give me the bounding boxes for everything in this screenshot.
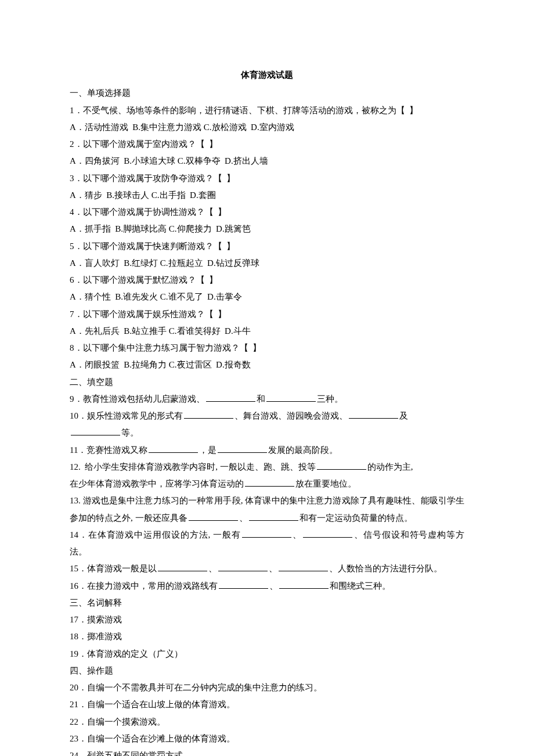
q13-part-c: 和有一定运动负荷量的特点。 (300, 513, 413, 523)
q10-part-b: 、舞台游戏、游园晚会游戏、 (234, 411, 348, 420)
q10-part-a: 10．娱乐性游戏常见的形式有 (70, 411, 183, 420)
q20-text: 20．自编一个不需教具并可在二分钟内完成的集中注意力的练习。 (70, 679, 464, 696)
blank-input[interactable] (349, 409, 398, 419)
q10-line1: 10．娱乐性游戏常见的形式有、舞台游戏、游园晚会游戏、及 (70, 408, 464, 424)
blank-input[interactable] (317, 460, 366, 470)
q21-text: 21．自编一个适合在山坡上做的体育游戏。 (70, 696, 464, 713)
q6-text: 6．以下哪个游戏属于默忆游戏？【 】 (70, 272, 464, 289)
blank-input[interactable] (279, 562, 328, 571)
q12-line1: 12. 给小学生安排体育游戏教学内容时, 一般以走、跑、跳、投等的动作为主, (70, 459, 464, 476)
q15-line: 15．体育游戏一般是以、、、人数恰当的方法进行分队。 (70, 560, 464, 577)
q10-part-c: 及 (399, 411, 408, 420)
q15-part-a: 15．体育游戏一般是以 (70, 564, 157, 573)
section-4-header: 四、操作题 (70, 663, 464, 679)
q4-options: A．抓手指 B.脚抛球比高 C.仰爬接力 D.跳篱笆 (70, 221, 464, 237)
q15-part-d: 、人数恰当的方法进行分队。 (329, 564, 442, 573)
q12-part-d: 放在重要地位。 (295, 479, 356, 488)
q8-text: 8．以下哪个集中注意力练习属于智力游戏？【 】 (70, 340, 464, 357)
q1-options: A．活动性游戏 B.集中注意力游戏 C.放松游戏 D.室内游戏 (70, 119, 464, 136)
q8-options: A．闭眼投篮 B.拉绳角力 C.夜过雷区 D.报奇数 (70, 357, 464, 373)
q16-part-c: 和围绕式三种。 (330, 581, 391, 591)
section-2-header: 二、填空题 (70, 374, 464, 391)
q7-options: A．先礼后兵 B.站立推手 C.看谁笑得好 D.斗牛 (70, 323, 464, 340)
blank-input[interactable] (158, 562, 207, 571)
blank-input[interactable] (245, 477, 294, 487)
q15-part-b: 、 (208, 564, 217, 573)
q5-options: A．盲人吹灯 B.红绿灯 C.拉瓶起立 D.钻过反弹球 (70, 255, 464, 272)
q9-part-c: 三种。 (317, 394, 343, 404)
q23-text: 23．自编一个适合在沙滩上做的体育游戏。 (70, 730, 464, 747)
q3-options: A．猜步 B.接球击人 C.出手指 D.套圈 (70, 187, 464, 204)
q6-options: A．猜个性 B.谁先发火 C.谁不见了 D.击掌令 (70, 289, 464, 305)
section-3-header: 三、名词解释 (70, 595, 464, 611)
section-1-header: 一、单项选择题 (70, 85, 464, 102)
q13-line: 13. 游戏也是集中注意力练习的一种常用手段, 体育课中的集中注意力游戏除了具有… (70, 492, 464, 527)
q14-part-a: 14．在体育游戏中运用假设的方法, 一般有 (70, 530, 241, 539)
blank-input[interactable] (266, 393, 316, 402)
blank-input[interactable] (206, 393, 255, 402)
q15-part-c: 、 (269, 564, 277, 573)
blank-input[interactable] (249, 512, 298, 521)
blank-input[interactable] (242, 528, 291, 538)
q11-line: 11．竞赛性游戏又称，是发展的最高阶段。 (70, 442, 464, 459)
q16-part-b: 、 (269, 581, 278, 591)
q10-line2: 等。 (70, 424, 464, 441)
page-title: 体育游戏试题 (70, 67, 464, 84)
q18-text: 18．掷准游戏 (70, 628, 464, 645)
q16-line: 16．在接力游戏中，常用的游戏路线有、和围绕式三种。 (70, 578, 464, 595)
q9-part-a: 9．教育性游戏包括幼儿启蒙游戏、 (70, 394, 205, 404)
blank-input[interactable] (303, 528, 352, 538)
q12-line2: 在少年体育游戏教学中，应将学习体育运动的放在重要地位。 (70, 476, 464, 492)
q16-part-a: 16．在接力游戏中，常用的游戏路线有 (70, 581, 218, 591)
q10-part-d: 等。 (121, 428, 139, 437)
q9-line: 9．教育性游戏包括幼儿启蒙游戏、和三种。 (70, 391, 464, 408)
q5-text: 5．以下哪个游戏属于快速判断游戏？【 】 (70, 238, 464, 255)
q11-part-c: 发展的最高阶段。 (268, 445, 338, 455)
blank-input[interactable] (149, 444, 198, 453)
q24-text: 24．列举五种不同的赏罚方式。 (70, 747, 464, 756)
q9-part-b: 和 (257, 394, 265, 404)
blank-input[interactable] (218, 444, 267, 453)
q4-text: 4．以下哪个游戏属于协调性游戏？【 】 (70, 204, 464, 221)
q11-part-a: 11．竞赛性游戏又称 (70, 445, 147, 455)
q12-part-a: 12. 给小学生安排体育游戏教学内容时, 一般以走、跑、跳、投等 (70, 462, 316, 471)
q2-text: 2．以下哪个游戏属于室内游戏？【 】 (70, 136, 464, 153)
q2-options: A．四角拔河 B.小球追大球 C.双棒争夺 D.挤出人墙 (70, 153, 464, 170)
q12-part-b: 的动作为主, (367, 462, 413, 471)
blank-input[interactable] (71, 426, 120, 435)
q22-text: 22．自编一个摸索游戏。 (70, 714, 464, 730)
q11-part-b: ，是 (199, 445, 217, 455)
q12-part-c: 在少年体育游戏教学中，应将学习体育运动的 (70, 479, 244, 488)
blank-input[interactable] (219, 579, 268, 589)
blank-input[interactable] (279, 579, 329, 589)
blank-input[interactable] (218, 562, 268, 571)
q17-text: 17．摸索游戏 (70, 611, 464, 628)
q1-text: 1．不受气候、场地等条件的影响，进行猜谜语、下棋、打牌等活动的游戏，被称之为【 … (70, 102, 464, 119)
q7-text: 7．以下哪个游戏属于娱乐性游戏？【 】 (70, 306, 464, 323)
q19-text: 19．体育游戏的定义（广义） (70, 646, 464, 663)
blank-input[interactable] (184, 409, 233, 419)
q14-line: 14．在体育游戏中运用假设的方法, 一般有、、信号假设和符号虚构等方法。 (70, 527, 464, 561)
q13-part-b: 、 (239, 513, 248, 523)
blank-input[interactable] (189, 512, 238, 521)
q14-part-b: 、 (293, 530, 302, 539)
q3-text: 3．以下哪个游戏属于攻防争夺游戏？【 】 (70, 170, 464, 187)
